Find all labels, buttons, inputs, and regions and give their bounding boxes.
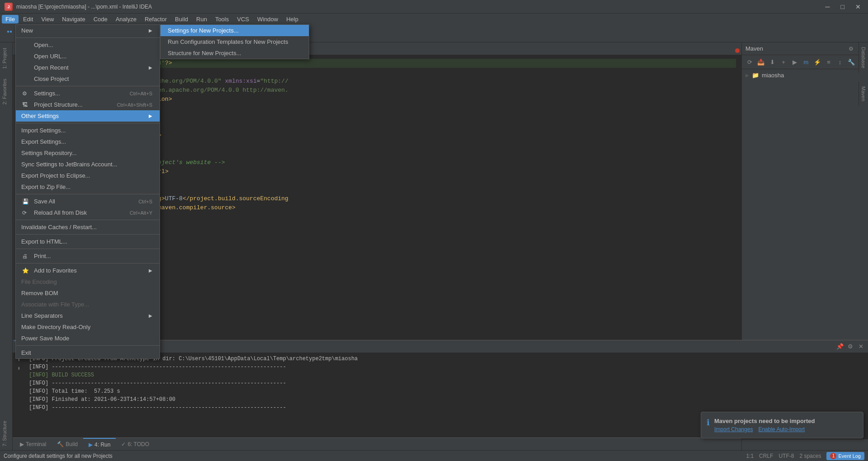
maven-toggle-icon[interactable]: ≡	[824, 57, 834, 67]
structure-tab[interactable]: 7: Structure	[0, 417, 12, 450]
maven-run-icon[interactable]: ▶	[790, 57, 800, 67]
menu-open-url-item[interactable]: Open URL...	[16, 51, 160, 62]
menu-print-item[interactable]: 🖨 Print...	[16, 250, 160, 262]
menu-make-dir-readonly-item[interactable]: Make Directory Read-Only	[16, 321, 160, 333]
project-structure-shortcut: Ctrl+Alt+Shift+S	[117, 102, 152, 108]
separator-9	[16, 345, 160, 346]
open-label: Open...	[34, 42, 53, 48]
run-config-templates-item[interactable]: Run Configuration Templates for New Proj…	[160, 36, 309, 47]
menu-edit[interactable]: Edit	[19, 15, 37, 24]
cursor-position[interactable]: 1:1	[746, 453, 754, 459]
menu-run[interactable]: Run	[193, 15, 211, 24]
menu-exit-item[interactable]: Exit	[16, 347, 160, 358]
project-tab[interactable]: 1: Project	[0, 44, 12, 72]
maven-download-icon[interactable]: ⬇	[767, 57, 777, 67]
encoding[interactable]: UTF-8	[778, 453, 794, 459]
maven-reimport-icon[interactable]: 📥	[756, 57, 766, 67]
maven-side-tab[interactable]: Maven	[859, 82, 868, 106]
menu-save-all-item[interactable]: 💾 Save All Ctrl+S	[16, 196, 160, 207]
maven-wrench-icon[interactable]: 🔧	[846, 57, 856, 67]
scroll-to-bottom-icon[interactable]: ⬇	[17, 365, 24, 372]
separator-8	[16, 263, 160, 263]
menu-window[interactable]: Window	[254, 15, 282, 24]
menu-line-separators-item[interactable]: Line Separators ▶	[16, 310, 160, 321]
menu-settings-item[interactable]: ⚙ Settings... Ctrl+Alt+S	[16, 88, 160, 99]
favorites-tab[interactable]: 2: Favorites	[0, 75, 12, 108]
menu-bar: File Edit View Navigate Code Analyze Ref…	[0, 14, 868, 24]
line-ending[interactable]: CRLF	[759, 453, 773, 459]
todo-tab[interactable]: ✓ 6: TODO	[116, 439, 155, 449]
run-tab[interactable]: ▶ 4: Run	[83, 438, 116, 450]
maven-settings-icon[interactable]: ⚙	[847, 45, 855, 53]
menu-invalidate-caches-item[interactable]: Invalidate Caches / Restart...	[16, 221, 160, 233]
save-all-shortcut: Ctrl+S	[138, 199, 152, 204]
maven-add-icon[interactable]: +	[778, 57, 788, 67]
menu-export-zip-item[interactable]: Export to Zip File...	[16, 181, 160, 193]
import-changes-link[interactable]: Import Changes	[714, 426, 753, 433]
maven-project-item[interactable]: ▶ 📁 miaosha	[744, 71, 866, 80]
structure-new-projects-label: Structure for New Projects...	[168, 50, 241, 56]
menu-vcs[interactable]: VCS	[233, 15, 253, 24]
menu-code[interactable]: Code	[90, 15, 111, 24]
menu-close-project-item[interactable]: Close Project	[16, 73, 160, 85]
menu-export-eclipse-item[interactable]: Export Project to Eclipse...	[16, 170, 160, 181]
print-icon: 🖨	[22, 253, 28, 259]
enable-auto-import-link[interactable]: Enable Auto-Import	[758, 426, 805, 433]
menu-navigate[interactable]: Navigate	[58, 15, 89, 24]
separator-4	[16, 194, 160, 194]
indent[interactable]: 2 spaces	[799, 453, 821, 459]
menu-power-save-item[interactable]: Power Save Mode	[16, 333, 160, 344]
notification-links: Import Changes Enable Auto-Import	[714, 426, 858, 433]
menu-file[interactable]: File	[2, 15, 19, 24]
menu-tools[interactable]: Tools	[212, 15, 232, 24]
separator-6	[16, 234, 160, 235]
menu-analyze[interactable]: Analyze	[112, 15, 140, 24]
make-dir-readonly-label: Make Directory Read-Only	[21, 324, 90, 330]
close-button[interactable]: ✕	[853, 2, 863, 11]
menu-import-settings-item[interactable]: Import Settings...	[16, 125, 160, 136]
favorites-icon: ⭐	[22, 268, 29, 274]
database-tab[interactable]: Database	[859, 42, 868, 73]
build-tab[interactable]: 🔨 Build	[52, 439, 83, 449]
line-sep-arrow-icon: ▶	[149, 313, 152, 318]
terminal-label: Terminal	[26, 441, 46, 447]
menu-help[interactable]: Help	[283, 15, 302, 24]
minimize-button[interactable]: ─	[823, 2, 833, 11]
maven-project-label: miaosha	[762, 72, 784, 79]
maven-refresh-icon[interactable]: ⟳	[745, 57, 755, 67]
menu-export-settings-item[interactable]: Export Settings...	[16, 136, 160, 147]
maximize-button[interactable]: □	[838, 2, 847, 11]
maven-header: Maven ⚙ ─	[742, 42, 868, 55]
separator-3	[16, 123, 160, 123]
new-label: New	[21, 27, 33, 34]
menu-settings-repo-item[interactable]: Settings Repository...	[16, 147, 160, 159]
reload-disk-label: Reload All from Disk	[34, 209, 87, 216]
event-log-button[interactable]: 1 Event Log	[826, 452, 864, 460]
maven-m-icon[interactable]: m	[801, 57, 811, 67]
separator-7	[16, 249, 160, 249]
menu-remove-bom-item[interactable]: Remove BOM	[16, 287, 160, 299]
menu-open-recent-item[interactable]: Open Recent ▶	[16, 62, 160, 73]
power-save-label: Power Save Mode	[21, 335, 69, 342]
menu-refactor[interactable]: Refactor	[141, 15, 170, 24]
title-text: miaosha [E:\project\miaosha] - ...\pom.x…	[16, 4, 152, 10]
menu-project-structure-item[interactable]: 🏗 Project Structure... Ctrl+Alt+Shift+S	[16, 99, 160, 110]
menu-other-settings-item[interactable]: Other Settings ▶	[16, 110, 160, 122]
menu-reload-disk-item[interactable]: ⟳ Reload All from Disk Ctrl+Alt+Y	[16, 207, 160, 218]
menu-view[interactable]: View	[38, 15, 57, 24]
settings-new-projects-item[interactable]: Settings for New Projects...	[160, 25, 309, 36]
menu-build[interactable]: Build	[171, 15, 192, 24]
menu-open-item[interactable]: Open...	[16, 39, 160, 51]
maven-lifecycle-icon[interactable]: ⚡	[812, 57, 822, 67]
structure-new-projects-item[interactable]: Structure for New Projects...	[160, 47, 309, 59]
left-tabs: 1: Project 2: Favorites 7: Structure	[0, 42, 13, 450]
title-bar: J miaosha [E:\project\miaosha] - ...\pom…	[0, 0, 868, 14]
menu-export-html-item[interactable]: Export to HTML...	[16, 236, 160, 247]
build-icon-tab: 🔨	[57, 441, 64, 447]
menu-new-item[interactable]: New ▶	[16, 25, 160, 36]
terminal-tab[interactable]: ▶ Terminal	[14, 439, 52, 449]
maven-collapse-all-icon[interactable]: ↕	[835, 57, 845, 67]
menu-sync-settings-item[interactable]: Sync Settings to JetBrains Account...	[16, 159, 160, 170]
bottom-content: ⬆ ⬇ [INFO] Project created from Archetyp…	[13, 353, 741, 439]
menu-add-favorites-item[interactable]: ⭐ Add to Favorites ▶	[16, 265, 160, 276]
